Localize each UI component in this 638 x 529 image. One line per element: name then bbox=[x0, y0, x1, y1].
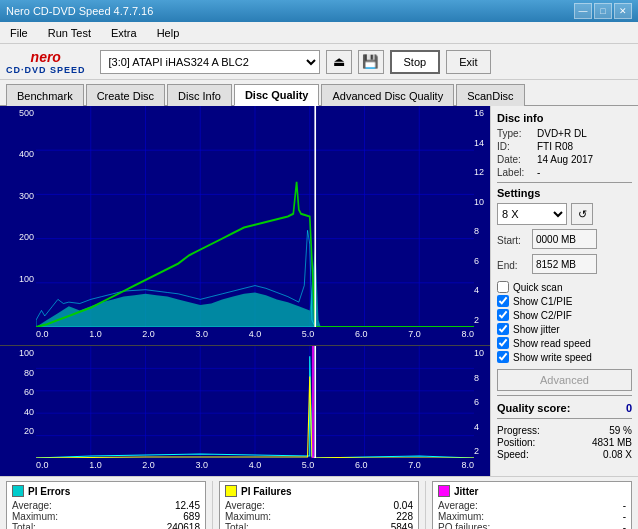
pi-failures-group: PI Failures Average: 0.04 Maximum: 228 T… bbox=[219, 481, 419, 529]
top-yr-label-0: 16 bbox=[474, 108, 490, 118]
quality-value: 0 bbox=[626, 402, 632, 414]
app-title: Nero CD-DVD Speed 4.7.7.16 bbox=[6, 5, 153, 17]
top-y-label-0: 500 bbox=[0, 108, 36, 118]
logo-sub: CD·DVD SPEED bbox=[6, 65, 86, 75]
start-input[interactable] bbox=[532, 229, 597, 249]
tab-disc-info[interactable]: Disc Info bbox=[167, 84, 232, 106]
date-value: 14 Aug 2017 bbox=[537, 154, 593, 165]
pif-total-label: Total: bbox=[225, 522, 249, 529]
main-content: 500 400 300 200 100 16 14 12 10 8 6 4 2 bbox=[0, 106, 638, 476]
show-read-speed-label: Show read speed bbox=[513, 338, 591, 349]
show-c2pif-label: Show C2/PIF bbox=[513, 310, 572, 321]
type-label: Type: bbox=[497, 128, 537, 139]
jitter-color bbox=[438, 485, 450, 497]
menu-help[interactable]: Help bbox=[151, 25, 186, 41]
right-panel: Disc info Type: DVD+R DL ID: FTI R08 Dat… bbox=[490, 106, 638, 476]
stats-bar: PI Errors Average: 12.45 Maximum: 689 To… bbox=[0, 476, 638, 529]
show-c1pie-checkbox[interactable] bbox=[497, 295, 509, 307]
top-chart-svg bbox=[36, 106, 474, 327]
bot-yr-label-1: 8 bbox=[474, 373, 490, 383]
app-logo: nero CD·DVD SPEED bbox=[6, 49, 86, 75]
tab-advanced-disc-quality[interactable]: Advanced Disc Quality bbox=[321, 84, 454, 106]
pi-max-value: 689 bbox=[183, 511, 200, 522]
tab-disc-quality[interactable]: Disc Quality bbox=[234, 84, 320, 106]
date-label: Date: bbox=[497, 154, 537, 165]
show-write-speed-label: Show write speed bbox=[513, 352, 592, 363]
id-value: FTI R08 bbox=[537, 141, 573, 152]
menu-run-test[interactable]: Run Test bbox=[42, 25, 97, 41]
top-x-axis: 0.0 1.0 2.0 3.0 4.0 5.0 6.0 7.0 8.0 bbox=[36, 327, 474, 345]
tab-create-disc[interactable]: Create Disc bbox=[86, 84, 165, 106]
maximize-button[interactable]: □ bbox=[594, 3, 612, 19]
chart-area: 500 400 300 200 100 16 14 12 10 8 6 4 2 bbox=[0, 106, 490, 476]
type-value: DVD+R DL bbox=[537, 128, 587, 139]
quality-label: Quality score: bbox=[497, 402, 570, 414]
jitter-title: Jitter bbox=[454, 486, 478, 497]
top-yr-label-5: 6 bbox=[474, 256, 490, 266]
settings-title: Settings bbox=[497, 187, 632, 199]
close-button[interactable]: ✕ bbox=[614, 3, 632, 19]
top-y-label-5 bbox=[0, 315, 36, 325]
progress-label: Progress: bbox=[497, 425, 540, 436]
top-yr-label-7: 2 bbox=[474, 315, 490, 325]
top-y-label-2: 300 bbox=[0, 191, 36, 201]
tab-benchmark[interactable]: Benchmark bbox=[6, 84, 84, 106]
bot-yr-label-4: 2 bbox=[474, 446, 490, 456]
jitter-max-value: - bbox=[623, 511, 626, 522]
jitter-avg-value: - bbox=[623, 500, 626, 511]
tab-bar: Benchmark Create Disc Disc Info Disc Qua… bbox=[0, 80, 638, 106]
refresh-button[interactable]: ↺ bbox=[571, 203, 593, 225]
pi-avg-value: 12.45 bbox=[175, 500, 200, 511]
logo-nero: nero bbox=[31, 49, 61, 65]
menu-extra[interactable]: Extra bbox=[105, 25, 143, 41]
show-jitter-checkbox[interactable] bbox=[497, 323, 509, 335]
bot-y-label-3: 40 bbox=[0, 407, 36, 417]
top-yr-label-3: 10 bbox=[474, 197, 490, 207]
progress-value: 59 % bbox=[609, 425, 632, 436]
pif-max-value: 228 bbox=[396, 511, 413, 522]
pi-avg-label: Average: bbox=[12, 500, 52, 511]
end-input[interactable] bbox=[532, 254, 597, 274]
top-yr-label-6: 4 bbox=[474, 285, 490, 295]
bottom-chart-svg bbox=[36, 346, 474, 458]
advanced-button[interactable]: Advanced bbox=[497, 369, 632, 391]
exit-button[interactable]: Exit bbox=[446, 50, 490, 74]
pi-max-label: Maximum: bbox=[12, 511, 58, 522]
minimize-button[interactable]: — bbox=[574, 3, 592, 19]
bot-y-label-4: 20 bbox=[0, 426, 36, 436]
top-y-label-1: 400 bbox=[0, 149, 36, 159]
menu-file[interactable]: File bbox=[4, 25, 34, 41]
show-write-speed-checkbox[interactable] bbox=[497, 351, 509, 363]
bot-yr-label-0: 10 bbox=[474, 348, 490, 358]
speed-value: 0.08 X bbox=[603, 449, 632, 460]
drive-select[interactable]: [3:0] ATAPI iHAS324 A BLC2 bbox=[100, 50, 320, 74]
quick-scan-label: Quick scan bbox=[513, 282, 562, 293]
show-read-speed-checkbox[interactable] bbox=[497, 337, 509, 349]
save-button[interactable]: 💾 bbox=[358, 50, 384, 74]
eject-button[interactable]: ⏏ bbox=[326, 50, 352, 74]
pi-errors-group: PI Errors Average: 12.45 Maximum: 689 To… bbox=[6, 481, 206, 529]
end-label: End: bbox=[497, 260, 532, 271]
quick-scan-checkbox[interactable] bbox=[497, 281, 509, 293]
start-label: Start: bbox=[497, 235, 532, 246]
pi-errors-title: PI Errors bbox=[28, 486, 70, 497]
disc-info-title: Disc info bbox=[497, 112, 632, 124]
top-y-label-3: 200 bbox=[0, 232, 36, 242]
jitter-avg-label: Average: bbox=[438, 500, 478, 511]
show-c1pie-label: Show C1/PIE bbox=[513, 296, 572, 307]
show-c2pif-checkbox[interactable] bbox=[497, 309, 509, 321]
bot-y-label-1: 80 bbox=[0, 368, 36, 378]
top-yr-label-2: 12 bbox=[474, 167, 490, 177]
stop-button[interactable]: Stop bbox=[390, 50, 441, 74]
speed-label: Speed: bbox=[497, 449, 529, 460]
bot-yr-label-2: 6 bbox=[474, 397, 490, 407]
po-failures-label: PO failures: bbox=[438, 522, 490, 529]
bot-yr-label-3: 4 bbox=[474, 422, 490, 432]
position-value: 4831 MB bbox=[592, 437, 632, 448]
pi-total-value: 240618 bbox=[167, 522, 200, 529]
tab-scan-disc[interactable]: ScanDisc bbox=[456, 84, 524, 106]
pi-errors-color bbox=[12, 485, 24, 497]
speed-select[interactable]: 8 X bbox=[497, 203, 567, 225]
position-label: Position: bbox=[497, 437, 535, 448]
pif-avg-value: 0.04 bbox=[394, 500, 413, 511]
